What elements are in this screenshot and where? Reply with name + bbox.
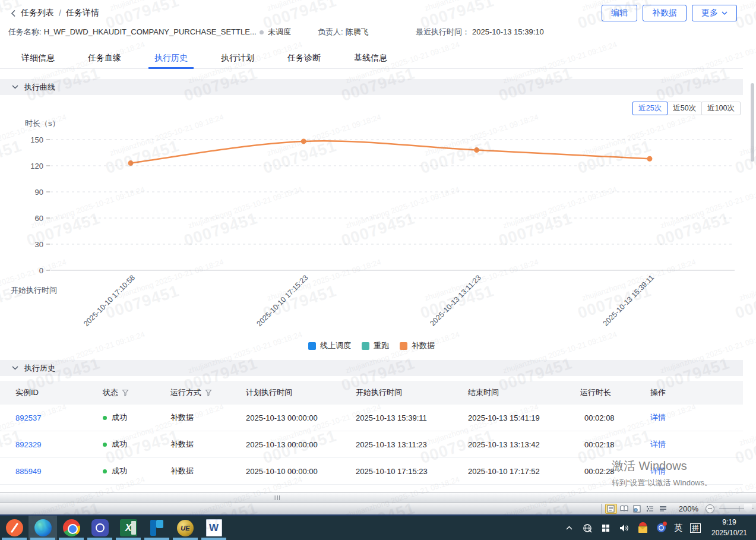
taskbar-app-orange-launcher[interactable] [0, 516, 29, 540]
zoom-slider[interactable] [719, 504, 754, 513]
breadcrumb-task-list[interactable]: 任务列表 [21, 8, 54, 18]
legend-rerun[interactable]: 重跑 [362, 340, 389, 351]
tray-date: 2025/10/21 [708, 528, 750, 538]
status-cell: 成功 [103, 412, 170, 423]
legend-backfill[interactable]: 补数据 [400, 340, 435, 351]
community-app-icon [91, 519, 109, 536]
ime-language-indicator[interactable]: 英 [674, 523, 682, 533]
fullscreen-reading-view-icon[interactable] [618, 504, 630, 514]
running-indicator [173, 538, 198, 540]
tab-bar: 详细信息 任务血缘 执行历史 执行计划 任务诊断 基线信息 [0, 51, 743, 69]
web-layout-view-icon[interactable] [631, 504, 643, 514]
network-globe-icon[interactable] [582, 523, 593, 533]
status-cell: 成功 [103, 466, 170, 476]
detail-link[interactable]: 详情 [650, 439, 743, 450]
task-info-row: 任务名称:H_WF_DWD_HKAUDIT_COMPANY_PURCHASE_S… [0, 27, 756, 39]
outline-view-icon[interactable] [644, 504, 656, 514]
taskbar-app-community[interactable] [86, 516, 114, 540]
tray-time: 9:19 [708, 517, 750, 528]
print-layout-view-icon[interactable] [605, 504, 617, 514]
legend-swatch-icon [308, 342, 316, 350]
taskbar-clock[interactable]: 9:19 2025/10/21 [708, 517, 750, 538]
instance-id-link[interactable]: 885949 [15, 467, 103, 476]
instance-id-link[interactable]: 892329 [15, 440, 103, 449]
svg-text:时长（s）: 时长（s） [25, 119, 60, 128]
table-row: 885949 成功 补数据 2025-10-10 00:00:00 2025-1… [0, 458, 743, 485]
header-actions: 编辑 补数据 更多 [602, 5, 737, 21]
svg-text:30: 30 [35, 240, 43, 249]
volume-icon[interactable] [619, 523, 630, 533]
running-indicator [59, 538, 84, 540]
range-last-50[interactable]: 近50次 [667, 102, 702, 115]
zoom-slider-handle[interactable] [744, 504, 752, 513]
task-name: 任务名称:H_WF_DWD_HKAUDIT_COMPANY_PURCHASE_S… [8, 27, 257, 37]
tray-expand-icon[interactable] [564, 523, 574, 533]
range-last-100[interactable]: 近100次 [701, 102, 741, 115]
horizontal-scrollbar[interactable] [0, 492, 756, 503]
zoom-out-button[interactable] [706, 504, 714, 513]
col-operation: 操作 [650, 387, 743, 398]
tab-execution-plan[interactable]: 执行计划 [221, 51, 254, 68]
execution-history-table: 实例ID 状态 运行方式 计划执行时间 开始执行时间 结束时间 运行时长 [0, 381, 743, 485]
detail-link[interactable]: 详情 [650, 412, 743, 423]
vertical-scrollbar-thumb[interactable] [751, 83, 754, 162]
running-indicator [144, 538, 169, 540]
instance-id-link[interactable]: 892537 [15, 413, 103, 422]
filter-icon[interactable] [205, 389, 212, 396]
col-instance-id: 实例ID [15, 387, 103, 398]
svg-text:90: 90 [35, 188, 43, 197]
more-button[interactable]: 更多 [692, 5, 737, 21]
word-status-bar: 200% [0, 503, 756, 516]
legend-swatch-icon [400, 342, 407, 350]
scrollbar-grip-icon[interactable] [274, 495, 280, 500]
legend-online-schedule[interactable]: 线上调度 [308, 340, 351, 351]
duration-cell: 00:02:28 [580, 467, 650, 476]
foxmail-icon[interactable] [637, 523, 648, 533]
success-dot-icon [103, 443, 107, 447]
app-grid-icon[interactable] [600, 523, 611, 533]
ime-pinyin-indicator[interactable]: 拼 [690, 523, 701, 533]
taskbar-app-chrome[interactable] [57, 516, 86, 540]
screen: 任务列表 / 任务详情 编辑 补数据 更多 任务名称:H_WF_DWD_HKAU… [0, 0, 756, 540]
table-header: 实例ID 状态 运行方式 计划执行时间 开始执行时间 结束时间 运行时长 [0, 381, 743, 405]
taskbar-app-edge[interactable] [29, 516, 57, 540]
curve-section-header[interactable]: 执行曲线 [0, 79, 743, 95]
notification-badge [663, 522, 667, 526]
backfill-button[interactable]: 补数据 [643, 5, 687, 21]
tab-lineage[interactable]: 任务血缘 [88, 51, 121, 68]
tab-baseline-info[interactable]: 基线信息 [354, 51, 387, 68]
svg-text:150: 150 [30, 135, 43, 144]
running-indicator [2, 538, 27, 540]
running-indicator [116, 538, 141, 540]
detail-link[interactable]: 详情 [650, 466, 743, 476]
collapse-chevron-icon [12, 366, 18, 370]
history-section-header[interactable]: 执行历史 [0, 360, 743, 376]
execution-curve-chart[interactable]: 0306090120150时长（s）开始执行时间2025-10-10 17:10… [0, 116, 743, 333]
run-type-cell: 补数据 [170, 412, 246, 423]
edit-button[interactable]: 编辑 [602, 5, 637, 21]
tab-execution-history[interactable]: 执行历史 [154, 51, 188, 68]
breadcrumb: 任务列表 / 任务详情 [11, 8, 99, 18]
end-time-cell: 2025-10-10 17:17:52 [468, 467, 580, 476]
notification-app-icon[interactable] [656, 523, 666, 533]
filter-icon[interactable] [122, 389, 129, 396]
draft-view-icon[interactable] [657, 504, 669, 514]
range-last-25[interactable]: 近25次 [632, 102, 668, 115]
edge-browser-icon [34, 519, 52, 536]
back-icon[interactable] [11, 10, 16, 17]
duration-cell: 00:02:18 [580, 440, 650, 449]
duration-cell: 00:02:08 [580, 413, 650, 422]
task-detail-page: 任务列表 / 任务详情 编辑 补数据 更多 任务名称:H_WF_DWD_HKAU… [0, 0, 756, 492]
range-selector: 近25次 近50次 近100次 [633, 102, 741, 115]
taskbar-app-excel[interactable]: X [114, 516, 143, 540]
taskbar-app-word[interactable]: W [200, 516, 228, 540]
tab-diagnosis[interactable]: 任务诊断 [287, 51, 321, 68]
zoom-level[interactable]: 200% [679, 504, 698, 513]
tab-detail-info[interactable]: 详细信息 [21, 51, 55, 68]
col-duration: 运行时长 [580, 387, 650, 398]
planned-time-cell: 2025-10-10 00:00:00 [246, 467, 356, 476]
running-indicator [30, 538, 55, 540]
taskbar-app-ultraedit[interactable]: UE [171, 516, 200, 540]
chrome-browser-icon [63, 519, 80, 536]
taskbar-app-blue-f[interactable] [143, 516, 171, 540]
